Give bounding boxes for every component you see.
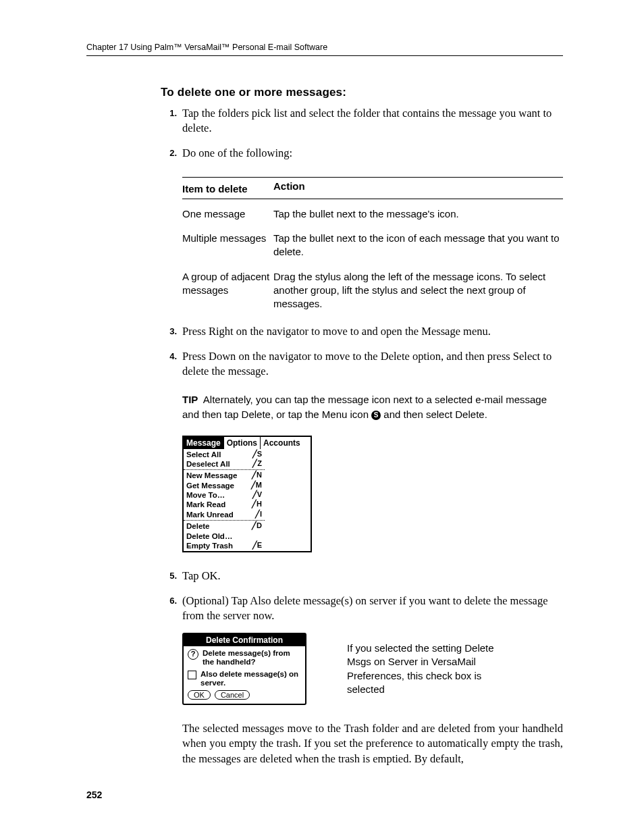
- palm-menu-item: Delete Old…: [184, 531, 265, 541]
- checkbox-icon: [188, 671, 196, 679]
- step-text: Do one of the following:: [182, 146, 563, 161]
- question-icon: ?: [188, 649, 198, 660]
- step-number: 4.: [161, 349, 182, 380]
- step-number: 3.: [161, 324, 182, 339]
- th-item: Item to delete: [182, 180, 273, 194]
- palm-menu-item: Empty Trash╱E: [184, 541, 265, 550]
- table-row: A group of adjacent messages Drag the st…: [182, 270, 563, 311]
- palm-menu-item: Deselect All╱Z: [184, 459, 265, 469]
- td-action: Tap the bullet next to the icon of each …: [273, 232, 563, 259]
- palm-menu-item: Mark Read╱H: [184, 500, 265, 509]
- action-table: Item to delete Action One message Tap th…: [182, 177, 563, 311]
- palm-menu-item: Get Message╱M: [184, 481, 265, 490]
- td-item: One message: [182, 207, 273, 221]
- table-row: Multiple messages Tap the bullet next to…: [182, 232, 563, 259]
- dialog-title: Delete Confirmation: [184, 634, 305, 646]
- step-3: 3. Press Right on the navigator to move …: [161, 324, 563, 339]
- step-6: 6. (Optional) Tap Also delete message(s)…: [161, 594, 563, 624]
- step-text: (Optional) Tap Also delete message(s) on…: [182, 594, 563, 624]
- header-text: Chapter 17 Using Palm™ VersaMail™ Person…: [86, 43, 327, 52]
- tip-text-before: Alternately, you can tap the message ico…: [182, 394, 547, 420]
- tip-block: TIP Alternately, you can tap the message…: [182, 392, 563, 422]
- td-action: Tap the bullet next to the message's ico…: [273, 207, 563, 221]
- page-number: 252: [86, 789, 102, 800]
- palm-tab-message: Message: [184, 437, 224, 449]
- tip-text-after: and then select Delete.: [381, 409, 487, 420]
- step-text: Tap the folders pick list and select the…: [182, 106, 563, 136]
- ok-button: OK: [188, 690, 211, 700]
- step-number: 1.: [161, 106, 182, 136]
- td-item: A group of adjacent messages: [182, 270, 273, 311]
- td-item: Multiple messages: [182, 232, 273, 259]
- palm-menu-item: Mark Unread╱I: [184, 510, 265, 519]
- th-action: Action: [273, 180, 563, 194]
- td-action: Drag the stylus along the left of the me…: [273, 270, 563, 311]
- step-number: 6.: [161, 594, 182, 624]
- step-5: 5. Tap OK.: [161, 569, 563, 583]
- dialog-message: Delete message(s) from the handheld?: [203, 649, 301, 667]
- step-text: Press Down on the navigator to move to t…: [182, 349, 563, 380]
- callout-text: If you selected the setting Delete Msgs …: [347, 642, 495, 696]
- step-number: 2.: [161, 146, 182, 161]
- dialog-checkbox-label: Also delete message(s) on server.: [200, 670, 301, 687]
- cancel-button: Cancel: [215, 690, 250, 700]
- section-heading: To delete one or more messages:: [161, 86, 563, 99]
- table-row: One message Tap the bullet next to the m…: [182, 207, 563, 221]
- palm-menu-item: New Message╱N: [184, 471, 265, 480]
- page-header: Chapter 17 Using Palm™ VersaMail™ Person…: [86, 41, 563, 56]
- step-2: 2. Do one of the following:: [161, 146, 563, 161]
- delete-confirmation-dialog: Delete Confirmation ? Delete message(s) …: [182, 633, 306, 705]
- palm-menu-illustration: Message Options Accounts Select All╱S De…: [182, 436, 312, 553]
- step-text: Press Right on the navigator to move to …: [182, 324, 563, 339]
- step-text: Tap OK.: [182, 569, 563, 583]
- palm-tab-options: Options: [224, 437, 261, 449]
- step-number: 5.: [161, 569, 182, 583]
- tip-label: TIP: [182, 394, 198, 405]
- menu-icon: S: [371, 411, 381, 420]
- step-1: 1. Tap the folders pick list and select …: [161, 106, 563, 136]
- palm-tab-accounts: Accounts: [261, 437, 303, 449]
- palm-menu-item: Move To…╱V: [184, 490, 265, 500]
- step-4: 4. Press Down on the navigator to move t…: [161, 349, 563, 380]
- closing-paragraph: The selected messages move to the Trash …: [182, 721, 563, 766]
- palm-menu-item: Delete╱D: [184, 521, 265, 531]
- palm-menu-item: Select All╱S: [184, 450, 265, 459]
